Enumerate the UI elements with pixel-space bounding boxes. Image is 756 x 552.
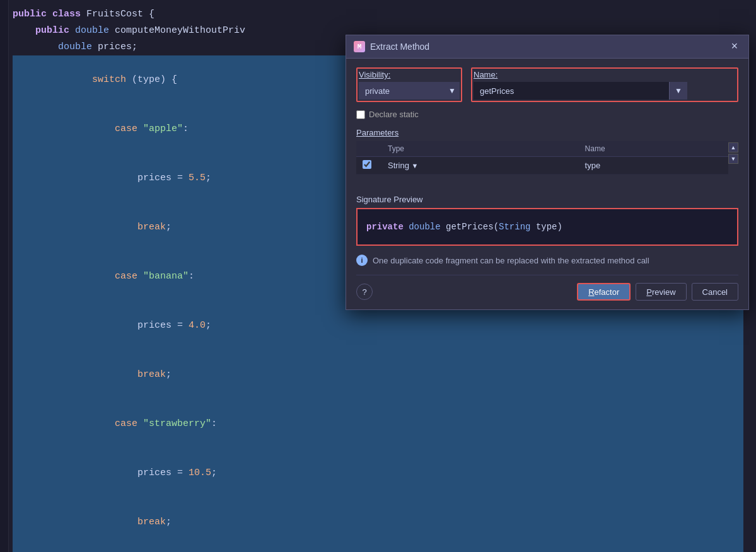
refactor-button[interactable]: Refactor: [577, 283, 631, 301]
visibility-name-row: Visibility: private public protected pac…: [356, 67, 738, 102]
info-message: One duplicate code fragment can be repla…: [373, 256, 649, 265]
button-row: ? Refactor Preview Cancel: [356, 275, 738, 301]
help-button[interactable]: ?: [356, 284, 373, 300]
code-line-11: case "strawberry":: [13, 400, 743, 449]
preview-button[interactable]: Preview: [636, 283, 686, 301]
extract-method-dialog: M Extract Method × Visibility: private p…: [346, 35, 749, 310]
param-checked-0[interactable]: [363, 160, 371, 169]
param-row-0: String ▼ type: [356, 157, 728, 175]
code-line-10: break;: [13, 350, 743, 400]
close-button[interactable]: ×: [728, 40, 741, 53]
params-header-row: Type Name: [356, 141, 728, 157]
info-icon: i: [356, 255, 368, 266]
param-type-cell-0: String ▼: [381, 157, 579, 175]
visibility-group: Visibility: private public protected pac…: [356, 67, 462, 102]
visibility-select-wrapper: private public protected package-private…: [359, 82, 460, 100]
parameters-section: Parameters Type Name: [356, 128, 738, 185]
code-line-1: public class FruitsCost {: [13, 6, 743, 23]
signature-preview: private double getPrices( String type): [356, 208, 738, 246]
name-input-wrapper: ▼: [474, 82, 736, 100]
code-line-12: prices = 10.5;: [13, 449, 743, 498]
info-bar: i One duplicate code fragment can be rep…: [356, 255, 738, 266]
signature-label: Signature Preview: [356, 195, 738, 204]
params-col-type: Type: [381, 141, 579, 157]
name-group: Name: ▼: [471, 67, 738, 102]
dialog-title: Extract Method: [370, 42, 723, 52]
table-scroll-buttons: ▲ ▼: [728, 141, 738, 185]
visibility-select[interactable]: private public protected package-private: [359, 82, 460, 100]
dialog-body: Visibility: private public protected pac…: [346, 59, 748, 309]
visibility-label: Visibility:: [359, 70, 460, 79]
params-col-checkbox: [356, 141, 381, 157]
params-table-area: Type Name String ▼: [356, 141, 738, 185]
params-col-name: Name: [579, 141, 728, 157]
refactor-label: Refactor: [588, 287, 619, 297]
param-name-cell-0: type: [579, 157, 728, 175]
scroll-up-button[interactable]: ▲: [728, 142, 738, 152]
dialog-titlebar: M Extract Method ×: [346, 35, 748, 59]
signature-section: Signature Preview private double getPric…: [356, 195, 738, 246]
preview-label: Preview: [646, 287, 675, 297]
scroll-down-button[interactable]: ▼: [728, 154, 738, 164]
declare-static-label: Declare static: [369, 110, 419, 119]
dialog-icon: M: [354, 41, 365, 52]
name-dropdown-button[interactable]: ▼: [669, 82, 687, 100]
declare-static-row: Declare static: [356, 110, 738, 119]
params-table: Type Name String ▼: [356, 141, 728, 175]
param-arrow-0: ▼: [412, 162, 419, 170]
name-label: Name:: [474, 70, 736, 79]
code-line-14: default:: [13, 547, 743, 552]
cancel-button[interactable]: Cancel: [692, 283, 738, 301]
code-line-13: break;: [13, 498, 743, 547]
param-checkbox-cell: [356, 157, 381, 175]
declare-static-checkbox[interactable]: [356, 110, 365, 119]
parameters-label: Parameters: [356, 128, 738, 137]
name-input[interactable]: [474, 82, 669, 100]
